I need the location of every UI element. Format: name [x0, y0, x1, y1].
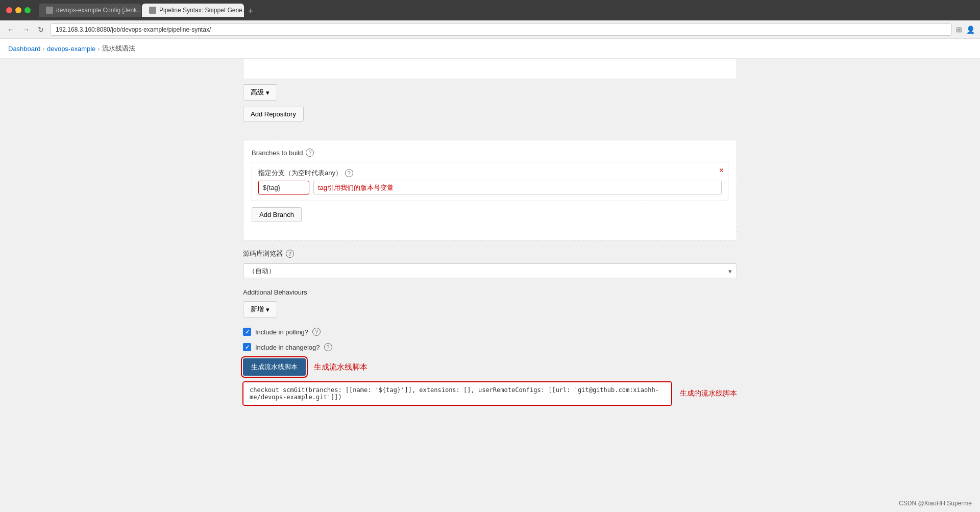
tab-favicon-1	[46, 7, 53, 14]
close-traffic-light[interactable]	[6, 7, 12, 13]
changelog-help-icon[interactable]: ?	[324, 343, 332, 351]
checkboxes-section: Include in polling? ? Include in changel…	[243, 328, 737, 351]
profile-icon[interactable]: 👤	[966, 26, 975, 34]
minimize-traffic-light[interactable]	[15, 7, 21, 13]
close-branch-button[interactable]: ×	[719, 166, 724, 175]
additional-behaviours-section: Additional Behaviours 新增 ▾	[243, 288, 737, 318]
code-output-box[interactable]: checkout scmGit(branches: [[name: '${tag…	[243, 382, 672, 405]
add-repository-button[interactable]: Add Repository	[243, 107, 304, 121]
browser-tab-1[interactable]: devops-example Config [Jenk... ✕	[39, 4, 141, 17]
checkbox-row-changelog: Include in changelog? ?	[243, 343, 737, 351]
address-input[interactable]	[50, 23, 952, 36]
advanced-button[interactable]: 高级 ▾	[243, 84, 277, 101]
reload-button[interactable]: ↻	[36, 25, 46, 35]
footer-note: CSDN @XiaoHH Superme	[899, 500, 972, 507]
source-browser-section: 源码库浏览器 ? （自动） ▾	[243, 249, 737, 278]
code-output-row: checkout scmGit(branches: [[name: '${tag…	[243, 382, 737, 405]
breadcrumb-sep-1: ›	[43, 45, 45, 53]
generate-button[interactable]: 生成流水线脚本	[243, 358, 306, 376]
checkbox-changelog[interactable]	[243, 343, 251, 351]
branch-field-label: 指定分支（为空时代表any） ?	[258, 168, 722, 178]
code-output-annotation: 生成的流水线脚本	[680, 389, 737, 398]
branch-input-row	[258, 181, 722, 194]
extensions-icon[interactable]: ⊞	[956, 26, 962, 34]
add-branch-button[interactable]: Add Branch	[252, 207, 302, 222]
forward-button[interactable]: →	[20, 25, 32, 35]
back-button[interactable]: ←	[5, 25, 16, 35]
main-content: 高级 ▾ Add Repository Branches to build ? …	[0, 59, 980, 512]
additional-behaviours-label: Additional Behaviours	[243, 288, 737, 296]
add-repository-section: Add Repository	[243, 107, 737, 132]
branch-tag-input[interactable]	[258, 181, 309, 194]
checkbox-polling[interactable]	[243, 328, 251, 336]
tab-label-2: Pipeline Syntax: Snippet Gene...	[159, 7, 244, 14]
traffic-lights	[6, 7, 31, 13]
generate-row: 生成流水线脚本 生成流水线脚本	[243, 358, 737, 376]
tab-label-1: devops-example Config [Jenk...	[56, 7, 141, 14]
top-scroll-hint	[243, 59, 737, 79]
source-browser-help-icon[interactable]: ?	[286, 250, 294, 258]
generate-annotation: 生成流水线脚本	[314, 362, 368, 372]
source-browser-select[interactable]: （自动）	[243, 263, 737, 278]
maximize-traffic-light[interactable]	[24, 7, 31, 13]
breadcrumb: Dashboard › devops-example › 流水线语法	[0, 39, 980, 59]
branch-entry: × 指定分支（为空时代表any） ?	[252, 162, 728, 201]
advanced-section: 高级 ▾	[243, 84, 737, 101]
address-bar-row: ← → ↻ ⊞ 👤	[0, 20, 980, 39]
breadcrumb-current: 流水线语法	[102, 44, 135, 53]
branch-field-help-icon[interactable]: ?	[345, 169, 353, 177]
add-new-button[interactable]: 新增 ▾	[243, 301, 277, 318]
breadcrumb-devops[interactable]: devops-example	[47, 45, 95, 53]
branches-section-label: Branches to build ?	[252, 149, 728, 157]
new-tab-button[interactable]: +	[245, 6, 257, 17]
source-browser-select-wrapper: （自动） ▾	[243, 263, 737, 278]
breadcrumb-sep-2: ›	[97, 45, 100, 53]
tab-favicon-2	[149, 7, 156, 14]
checkbox-changelog-label: Include in changelog?	[255, 344, 320, 351]
branch-comment-input[interactable]	[313, 181, 722, 194]
checkbox-polling-label: Include in polling?	[255, 328, 308, 336]
browser-chrome: devops-example Config [Jenk... ✕ Pipelin…	[0, 0, 980, 20]
checkbox-row-polling: Include in polling? ?	[243, 328, 737, 336]
source-browser-label: 源码库浏览器 ?	[243, 249, 737, 258]
dropdown-arrow-icon: ▾	[266, 306, 270, 313]
browser-icons: ⊞ 👤	[956, 26, 975, 34]
browser-tabs: devops-example Config [Jenk... ✕ Pipelin…	[39, 4, 974, 17]
chevron-down-icon: ▾	[266, 89, 270, 96]
branches-to-build-section: Branches to build ? × 指定分支（为空时代表any） ? A…	[243, 140, 737, 241]
breadcrumb-dashboard[interactable]: Dashboard	[8, 45, 41, 53]
branches-help-icon[interactable]: ?	[306, 149, 314, 157]
polling-help-icon[interactable]: ?	[312, 328, 321, 336]
content-wrapper: 高级 ▾ Add Repository Branches to build ? …	[235, 59, 745, 512]
browser-tab-2[interactable]: Pipeline Syntax: Snippet Gene... ✕	[142, 4, 244, 17]
